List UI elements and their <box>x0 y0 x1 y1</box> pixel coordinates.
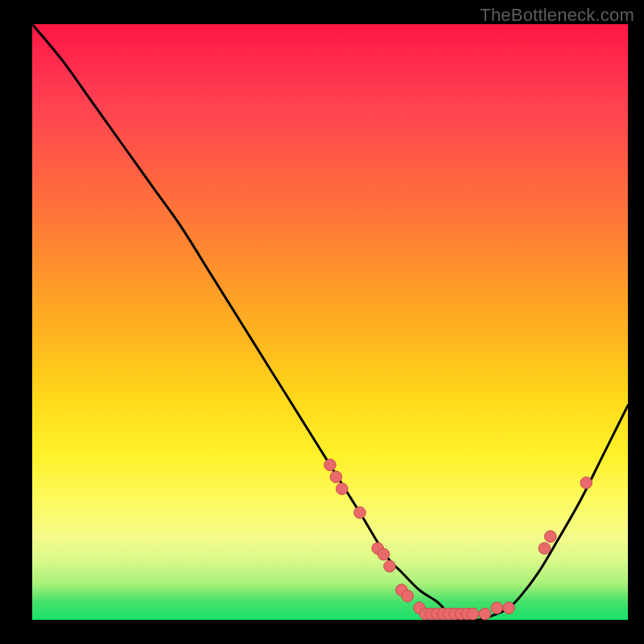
data-point <box>503 602 515 614</box>
data-points <box>324 459 592 620</box>
data-point <box>491 602 503 614</box>
data-point <box>467 608 479 620</box>
data-point <box>354 507 366 519</box>
data-point <box>324 459 336 471</box>
data-point <box>402 590 414 602</box>
data-point <box>384 560 396 572</box>
data-point <box>580 477 592 489</box>
data-point <box>336 483 349 495</box>
watermark-text: TheBottleneck.com <box>480 5 634 26</box>
data-point <box>545 530 557 543</box>
data-point <box>539 543 551 555</box>
bottleneck-curve <box>32 24 628 621</box>
plot-area <box>32 24 628 620</box>
data-point <box>330 471 342 483</box>
data-point <box>479 608 491 620</box>
data-point <box>378 548 390 560</box>
chart-svg <box>32 24 628 620</box>
chart-container: TheBottleneck.com <box>0 0 644 644</box>
